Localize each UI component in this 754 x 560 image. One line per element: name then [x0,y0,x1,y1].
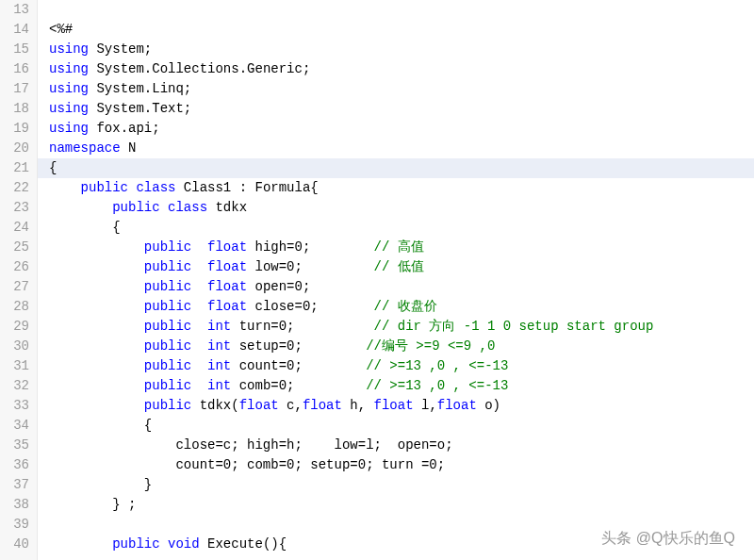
line-number: 20 [9,139,29,158]
line-number: 39 [9,515,29,535]
line-number: 40 [9,535,29,554]
code-line[interactable]: public tdkx(float c,float h, float l,flo… [49,396,754,416]
code-line[interactable]: public int count=0; // >=13 ,0 , <=-13 [49,356,754,376]
watermark-text: 头条 @Q快乐的鱼Q [601,529,735,549]
line-number: 26 [9,257,29,277]
line-number: 22 [9,178,29,198]
code-line[interactable]: using System.Collections.Generic; [49,59,754,79]
line-number: 23 [9,198,29,218]
code-line[interactable]: public float high=0; // 高值 [49,238,754,257]
code-line[interactable]: } [49,475,754,495]
code-line[interactable]: using System.Linq; [49,79,754,99]
code-line[interactable]: public float low=0; // 低值 [49,257,754,277]
code-line[interactable]: namespace N [49,139,754,158]
line-number: 15 [9,40,29,59]
line-number: 36 [9,455,29,475]
line-number: 19 [9,119,29,139]
line-number-gutter: 1314151617181920212223242526272829303132… [0,0,38,560]
code-line[interactable]: using System; [49,40,754,59]
line-number: 34 [9,416,29,436]
code-line[interactable]: { [49,218,754,238]
code-content: <%#using System;using System.Collections… [49,0,754,554]
line-number: 30 [9,337,29,356]
line-number: 35 [9,436,29,455]
line-number: 27 [9,277,29,297]
code-editor[interactable]: 1314151617181920212223242526272829303132… [0,0,754,560]
code-line[interactable]: public int setup=0; //编号 >=9 <=9 ,0 [49,337,754,356]
line-number: 25 [9,238,29,257]
line-number: 18 [9,99,29,119]
line-number: 29 [9,317,29,337]
line-number: 33 [9,396,29,416]
code-line[interactable]: close=c; high=h; low=l; open=o; [49,436,754,455]
code-line[interactable]: <%# [49,20,754,40]
line-number: 13 [9,0,29,20]
line-number: 24 [9,218,29,238]
line-number: 14 [9,20,29,40]
line-number: 37 [9,475,29,495]
code-line[interactable]: public int comb=0; // >=13 ,0 , <=-13 [49,376,754,396]
code-line[interactable]: public float close=0; // 收盘价 [49,297,754,317]
code-line[interactable]: { [49,416,754,436]
code-line[interactable]: public class Class1 : Formula{ [49,178,754,198]
line-number: 31 [9,356,29,376]
code-line[interactable]: } ; [49,495,754,515]
code-line[interactable]: count=0; comb=0; setup=0; turn =0; [49,455,754,475]
line-number: 28 [9,297,29,317]
code-line[interactable]: { [49,158,754,178]
code-line[interactable]: public float open=0; [49,277,754,297]
line-number: 38 [9,495,29,515]
line-number: 17 [9,79,29,99]
code-line[interactable]: using fox.api; [49,119,754,139]
code-area[interactable]: <%#using System;using System.Collections… [38,0,754,560]
line-number: 16 [9,59,29,79]
code-line[interactable]: public int turn=0; // dir 方向 -1 1 0 setu… [49,317,754,337]
line-number: 32 [9,376,29,396]
line-number: 21 [9,158,29,178]
code-line[interactable]: public class tdkx [49,198,754,218]
code-line[interactable] [49,0,754,20]
code-line[interactable]: using System.Text; [49,99,754,119]
